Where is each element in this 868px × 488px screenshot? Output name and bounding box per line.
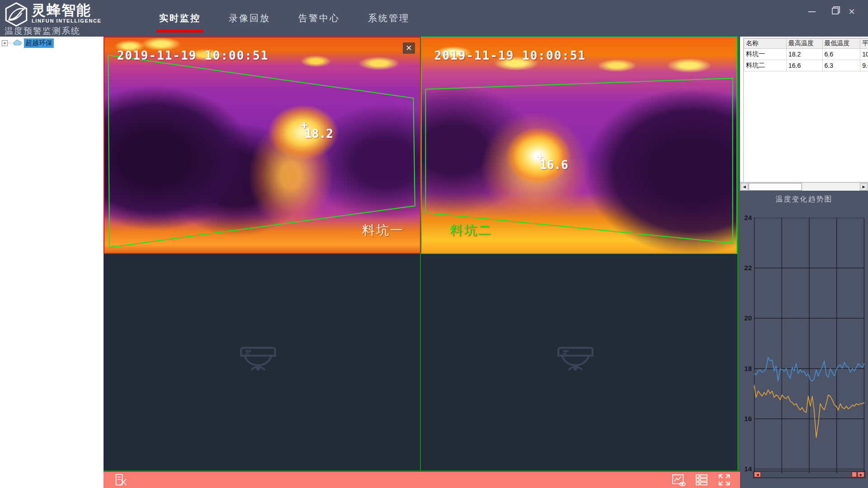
table-row[interactable]: 料坑二 16.6 6.3 9.6 [744,60,868,71]
cell-name: 料坑二 [744,60,787,71]
cell-min: 6.3 [822,60,860,71]
dome-camera-icon [237,343,283,380]
temperature-value: 18.2 [305,127,333,141]
table-row[interactable]: 料坑一 18.2 6.6 10.4 [744,49,868,60]
col-min-temp: 最低温度 [822,38,860,49]
temperature-value: 16.6 [540,158,568,172]
brand-name-cn: 灵蜂智能 [32,4,101,17]
tab-alarm-center[interactable]: 告警中心 [297,9,341,27]
tab-system-management[interactable]: 系统管理 [367,9,410,27]
cell-max: 16.6 [786,60,822,71]
close-video-icon[interactable]: ✕ [403,42,415,54]
video-tile-1[interactable]: 2019-11-19 10:00:51 + 18.2 料坑一 ✕ [104,37,421,254]
fullscreen-icon[interactable] [717,473,732,487]
col-avg-temp: 平均温度 [860,38,868,49]
col-name: 名称 [744,38,787,49]
cell-avg: 10.4 [860,49,868,60]
chart-horizontal-scrollbar[interactable]: ◀ ▶ [753,471,865,478]
y-tick-label: 16 [740,415,752,422]
tree-connector [8,43,11,43]
video-tile-3-empty[interactable] [104,254,421,470]
trend-chart-section: 温度变化趋势图 242220181614 ◀ ▶ [740,191,868,488]
device-tree-sidebar: + 超越环保 [0,37,104,488]
expand-node-icon[interactable]: + [2,40,8,46]
clear-list-icon[interactable] [113,473,129,487]
chart-scroll-right-icon[interactable]: ▶ [858,472,864,477]
tab-playback[interactable]: 录像回放 [228,9,271,27]
cell-min: 6.6 [822,49,860,60]
dome-camera-icon [555,343,601,380]
temperature-table: 名称 最高温度 最低温度 平均温度 料坑一 18.2 6.6 10.4 料坑二 … [740,37,868,182]
scroll-left-icon[interactable]: ◀ [741,183,748,191]
cell-max: 18.2 [786,49,822,60]
table-header-row: 名称 最高温度 最低温度 平均温度 [744,38,868,49]
close-icon[interactable]: ✕ [846,6,857,17]
brand-name-en: LINFUN INTELLIGENCE [32,18,101,23]
chart-title: 温度变化趋势图 [740,195,868,204]
y-tick-label: 22 [740,264,752,272]
trend-visibility-icon[interactable] [671,473,687,487]
video-toolbar [104,472,740,488]
scrollbar-thumb[interactable] [749,183,802,191]
y-tick-label: 14 [740,465,752,473]
hexagon-leaf-logo-icon [4,2,29,27]
table-horizontal-scrollbar[interactable]: ◀ ▶ [740,182,868,191]
app-header: 灵蜂智能 LINFUN INTELLIGENCE 温度预警监测系统 实时监控 录… [0,0,868,37]
tree-node-label[interactable]: 超越环保 [24,38,54,48]
scroll-right-icon[interactable]: ▶ [860,183,868,191]
video-zone-label: 料坑一 [362,222,404,239]
main-nav: 实时监控 录像回放 告警中心 系统管理 [158,0,410,37]
chart-scroll-left-icon[interactable]: ◀ [754,472,761,477]
brand-logo: 灵蜂智能 LINFUN INTELLIGENCE [4,2,101,27]
trend-line-chart [754,218,864,474]
y-tick-label: 20 [740,314,752,322]
roi-polygon [422,38,736,253]
col-max-temp: 最高温度 [786,38,822,49]
roi-polygon [104,38,420,253]
chart-scrollbar-thumb[interactable] [852,472,857,477]
minimize-icon[interactable] [807,6,817,17]
table-gutter [740,38,744,182]
tree-node-root[interactable]: + 超越环保 [0,38,104,48]
y-tick-label: 24 [740,214,752,221]
restore-icon[interactable] [826,6,837,17]
system-subtitle: 温度预警监测系统 [5,25,80,37]
cell-name: 料坑一 [744,49,787,60]
video-tile-4-empty[interactable] [421,254,737,470]
video-grid: 2019-11-19 10:00:51 + 18.2 料坑一 ✕ 2019-11… [104,37,739,472]
video-zone-label: 料坑二 [450,222,492,239]
chart-y-axis-labels: 242220181614 [740,191,753,488]
grid-layout-icon[interactable] [694,473,709,487]
app-window: 灵蜂智能 LINFUN INTELLIGENCE 温度预警监测系统 实时监控 录… [0,0,868,488]
y-tick-label: 18 [740,365,752,372]
cell-avg: 9.6 [860,60,868,71]
site-cloud-icon [13,39,23,47]
window-controls: ✕ [807,6,857,17]
video-tile-2[interactable]: 2019-11-19 10:00:51 + 16.6 料坑二 [421,37,737,254]
tab-live-monitoring[interactable]: 实时监控 [158,9,202,27]
video-timestamp: 2019-11-19 10:00:51 [434,49,586,62]
right-panel: 名称 最高温度 最低温度 平均温度 料坑一 18.2 6.6 10.4 料坑二 … [740,37,868,488]
video-timestamp: 2019-11-19 10:00:51 [117,49,269,62]
